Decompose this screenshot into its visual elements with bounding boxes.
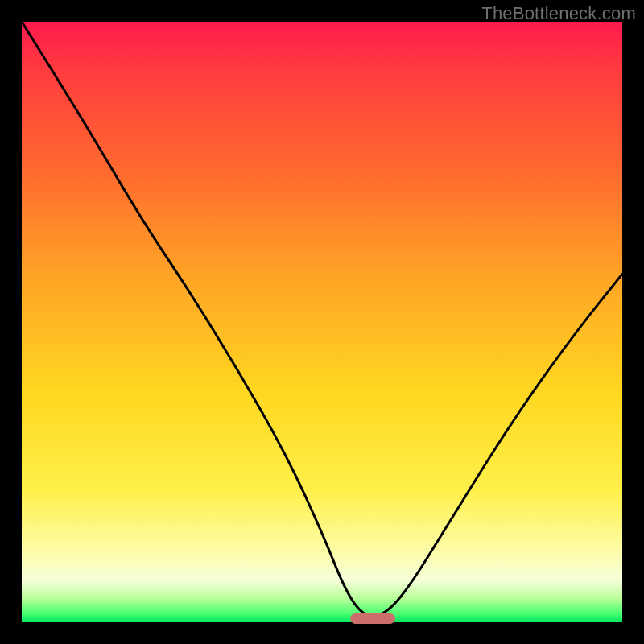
plot-area — [22, 22, 622, 622]
bottleneck-curve — [22, 22, 622, 622]
curve-path — [22, 22, 622, 617]
optimal-marker — [350, 613, 395, 624]
chart-frame: TheBottleneck.com — [0, 0, 644, 644]
